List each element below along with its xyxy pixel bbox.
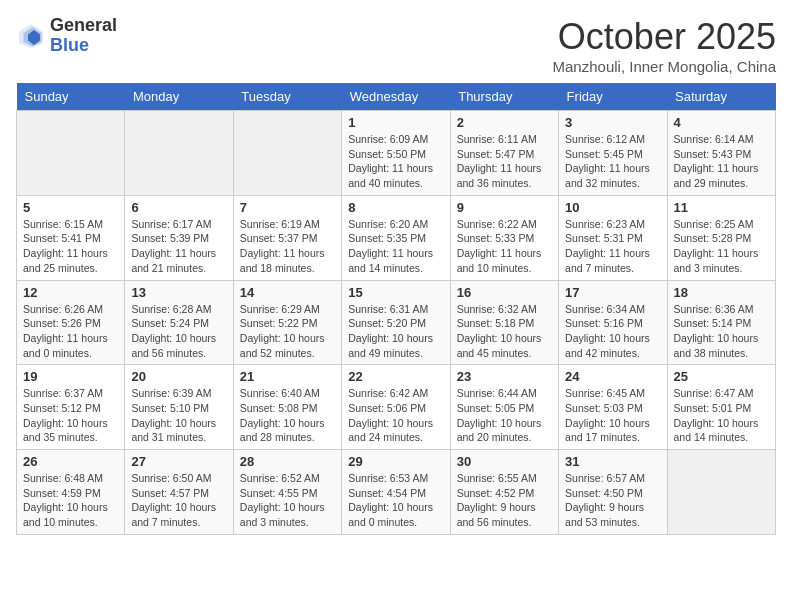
calendar-cell: 18Sunrise: 6:36 AM Sunset: 5:14 PM Dayli… (667, 280, 775, 365)
day-info: Sunrise: 6:34 AM Sunset: 5:16 PM Dayligh… (565, 302, 660, 361)
day-info: Sunrise: 6:29 AM Sunset: 5:22 PM Dayligh… (240, 302, 335, 361)
calendar-week-row: 12Sunrise: 6:26 AM Sunset: 5:26 PM Dayli… (17, 280, 776, 365)
day-number: 24 (565, 369, 660, 384)
calendar-cell: 7Sunrise: 6:19 AM Sunset: 5:37 PM Daylig… (233, 195, 341, 280)
weekday-header: Saturday (667, 83, 775, 111)
day-number: 20 (131, 369, 226, 384)
calendar-cell: 14Sunrise: 6:29 AM Sunset: 5:22 PM Dayli… (233, 280, 341, 365)
day-info: Sunrise: 6:23 AM Sunset: 5:31 PM Dayligh… (565, 217, 660, 276)
calendar-cell: 12Sunrise: 6:26 AM Sunset: 5:26 PM Dayli… (17, 280, 125, 365)
calendar-cell: 24Sunrise: 6:45 AM Sunset: 5:03 PM Dayli… (559, 365, 667, 450)
day-number: 25 (674, 369, 769, 384)
title-block: October 2025 Manzhouli, Inner Mongolia, … (553, 16, 776, 75)
calendar-cell: 10Sunrise: 6:23 AM Sunset: 5:31 PM Dayli… (559, 195, 667, 280)
calendar-week-row: 5Sunrise: 6:15 AM Sunset: 5:41 PM Daylig… (17, 195, 776, 280)
logo-blue: Blue (50, 36, 117, 56)
day-info: Sunrise: 6:44 AM Sunset: 5:05 PM Dayligh… (457, 386, 552, 445)
day-info: Sunrise: 6:28 AM Sunset: 5:24 PM Dayligh… (131, 302, 226, 361)
calendar-cell (233, 111, 341, 196)
day-number: 23 (457, 369, 552, 384)
calendar-week-row: 1Sunrise: 6:09 AM Sunset: 5:50 PM Daylig… (17, 111, 776, 196)
day-number: 18 (674, 285, 769, 300)
day-info: Sunrise: 6:39 AM Sunset: 5:10 PM Dayligh… (131, 386, 226, 445)
day-info: Sunrise: 6:25 AM Sunset: 5:28 PM Dayligh… (674, 217, 769, 276)
day-info: Sunrise: 6:12 AM Sunset: 5:45 PM Dayligh… (565, 132, 660, 191)
day-number: 27 (131, 454, 226, 469)
weekday-header: Thursday (450, 83, 558, 111)
calendar-cell: 4Sunrise: 6:14 AM Sunset: 5:43 PM Daylig… (667, 111, 775, 196)
day-info: Sunrise: 6:31 AM Sunset: 5:20 PM Dayligh… (348, 302, 443, 361)
calendar-week-row: 26Sunrise: 6:48 AM Sunset: 4:59 PM Dayli… (17, 450, 776, 535)
calendar-week-row: 19Sunrise: 6:37 AM Sunset: 5:12 PM Dayli… (17, 365, 776, 450)
day-number: 6 (131, 200, 226, 215)
day-info: Sunrise: 6:17 AM Sunset: 5:39 PM Dayligh… (131, 217, 226, 276)
page-header: General Blue October 2025 Manzhouli, Inn… (16, 16, 776, 75)
day-info: Sunrise: 6:40 AM Sunset: 5:08 PM Dayligh… (240, 386, 335, 445)
calendar-cell: 5Sunrise: 6:15 AM Sunset: 5:41 PM Daylig… (17, 195, 125, 280)
calendar-cell: 6Sunrise: 6:17 AM Sunset: 5:39 PM Daylig… (125, 195, 233, 280)
calendar-cell: 28Sunrise: 6:52 AM Sunset: 4:55 PM Dayli… (233, 450, 341, 535)
day-number: 8 (348, 200, 443, 215)
day-info: Sunrise: 6:53 AM Sunset: 4:54 PM Dayligh… (348, 471, 443, 530)
day-info: Sunrise: 6:09 AM Sunset: 5:50 PM Dayligh… (348, 132, 443, 191)
calendar-cell: 2Sunrise: 6:11 AM Sunset: 5:47 PM Daylig… (450, 111, 558, 196)
day-number: 21 (240, 369, 335, 384)
day-info: Sunrise: 6:42 AM Sunset: 5:06 PM Dayligh… (348, 386, 443, 445)
day-info: Sunrise: 6:26 AM Sunset: 5:26 PM Dayligh… (23, 302, 118, 361)
logo-text: General Blue (50, 16, 117, 56)
day-info: Sunrise: 6:50 AM Sunset: 4:57 PM Dayligh… (131, 471, 226, 530)
day-number: 3 (565, 115, 660, 130)
day-number: 29 (348, 454, 443, 469)
day-info: Sunrise: 6:36 AM Sunset: 5:14 PM Dayligh… (674, 302, 769, 361)
day-number: 10 (565, 200, 660, 215)
day-info: Sunrise: 6:57 AM Sunset: 4:50 PM Dayligh… (565, 471, 660, 530)
day-number: 2 (457, 115, 552, 130)
month-title: October 2025 (553, 16, 776, 58)
day-info: Sunrise: 6:32 AM Sunset: 5:18 PM Dayligh… (457, 302, 552, 361)
day-info: Sunrise: 6:37 AM Sunset: 5:12 PM Dayligh… (23, 386, 118, 445)
calendar-cell: 21Sunrise: 6:40 AM Sunset: 5:08 PM Dayli… (233, 365, 341, 450)
day-number: 26 (23, 454, 118, 469)
location-subtitle: Manzhouli, Inner Mongolia, China (553, 58, 776, 75)
calendar-cell: 16Sunrise: 6:32 AM Sunset: 5:18 PM Dayli… (450, 280, 558, 365)
day-number: 28 (240, 454, 335, 469)
day-number: 7 (240, 200, 335, 215)
calendar-cell: 15Sunrise: 6:31 AM Sunset: 5:20 PM Dayli… (342, 280, 450, 365)
calendar-cell: 26Sunrise: 6:48 AM Sunset: 4:59 PM Dayli… (17, 450, 125, 535)
day-number: 16 (457, 285, 552, 300)
calendar-cell: 13Sunrise: 6:28 AM Sunset: 5:24 PM Dayli… (125, 280, 233, 365)
calendar-cell: 17Sunrise: 6:34 AM Sunset: 5:16 PM Dayli… (559, 280, 667, 365)
calendar-cell: 8Sunrise: 6:20 AM Sunset: 5:35 PM Daylig… (342, 195, 450, 280)
calendar-cell (125, 111, 233, 196)
calendar-cell: 3Sunrise: 6:12 AM Sunset: 5:45 PM Daylig… (559, 111, 667, 196)
day-info: Sunrise: 6:47 AM Sunset: 5:01 PM Dayligh… (674, 386, 769, 445)
day-number: 19 (23, 369, 118, 384)
calendar-cell: 23Sunrise: 6:44 AM Sunset: 5:05 PM Dayli… (450, 365, 558, 450)
logo-general: General (50, 16, 117, 36)
day-info: Sunrise: 6:48 AM Sunset: 4:59 PM Dayligh… (23, 471, 118, 530)
day-number: 17 (565, 285, 660, 300)
weekday-header: Wednesday (342, 83, 450, 111)
day-number: 4 (674, 115, 769, 130)
day-number: 14 (240, 285, 335, 300)
day-info: Sunrise: 6:22 AM Sunset: 5:33 PM Dayligh… (457, 217, 552, 276)
day-number: 9 (457, 200, 552, 215)
weekday-header: Monday (125, 83, 233, 111)
day-info: Sunrise: 6:52 AM Sunset: 4:55 PM Dayligh… (240, 471, 335, 530)
weekday-header-row: SundayMondayTuesdayWednesdayThursdayFrid… (17, 83, 776, 111)
day-number: 15 (348, 285, 443, 300)
weekday-header: Friday (559, 83, 667, 111)
weekday-header: Sunday (17, 83, 125, 111)
logo-icon (16, 21, 46, 51)
calendar-cell: 30Sunrise: 6:55 AM Sunset: 4:52 PM Dayli… (450, 450, 558, 535)
day-number: 12 (23, 285, 118, 300)
logo: General Blue (16, 16, 117, 56)
day-number: 1 (348, 115, 443, 130)
day-info: Sunrise: 6:45 AM Sunset: 5:03 PM Dayligh… (565, 386, 660, 445)
calendar-cell: 27Sunrise: 6:50 AM Sunset: 4:57 PM Dayli… (125, 450, 233, 535)
calendar-cell: 20Sunrise: 6:39 AM Sunset: 5:10 PM Dayli… (125, 365, 233, 450)
calendar-cell: 1Sunrise: 6:09 AM Sunset: 5:50 PM Daylig… (342, 111, 450, 196)
day-info: Sunrise: 6:20 AM Sunset: 5:35 PM Dayligh… (348, 217, 443, 276)
calendar-cell: 22Sunrise: 6:42 AM Sunset: 5:06 PM Dayli… (342, 365, 450, 450)
calendar-table: SundayMondayTuesdayWednesdayThursdayFrid… (16, 83, 776, 535)
